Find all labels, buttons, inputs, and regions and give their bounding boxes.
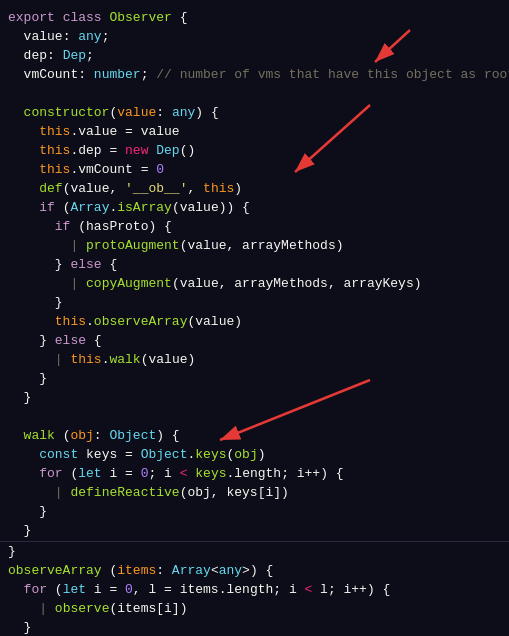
code-line-19: | this.walk(value) — [0, 350, 509, 369]
code-line-27: } — [0, 502, 509, 521]
code-line-33: } — [0, 618, 509, 636]
code-editor: export class Observer { value: any; dep:… — [0, 0, 509, 636]
code-line-3: dep: Dep; — [0, 46, 509, 65]
code-line-23: walk (obj: Object) { — [0, 426, 509, 445]
code-line-18: } else { — [0, 331, 509, 350]
code-line-29: } — [0, 541, 509, 561]
keyword-class: class — [63, 8, 102, 27]
code-line-10: def(value, '__ob__', this) — [0, 179, 509, 198]
code-line-25: for (let i = 0; i < keys.length; i++) { — [0, 464, 509, 483]
code-line-16: } — [0, 293, 509, 312]
code-line-5 — [0, 84, 509, 103]
code-line-21: } — [0, 388, 509, 407]
keyword-export: export — [8, 8, 55, 27]
code-line-17: this.observeArray(value) — [0, 312, 509, 331]
code-line-1: export class Observer { — [0, 8, 509, 27]
code-line-6: constructor(value: any) { — [0, 103, 509, 122]
code-line-13: | protoAugment(value, arrayMethods) — [0, 236, 509, 255]
code-line-2: value: any; — [0, 27, 509, 46]
code-line-11: if (Array.isArray(value)) { — [0, 198, 509, 217]
code-line-32: | observe(items[i]) — [0, 599, 509, 618]
code-line-4: vmCount: number; // number of vms that h… — [0, 65, 509, 84]
code-line-31: for (let i = 0, l = items.length; i < l;… — [0, 580, 509, 599]
code-line-24: const keys = Object.keys(obj) — [0, 445, 509, 464]
code-line-22 — [0, 407, 509, 426]
code-line-8: this.dep = new Dep() — [0, 141, 509, 160]
code-line-9: this.vmCount = 0 — [0, 160, 509, 179]
code-line-30: observeArray (items: Array<any>) { — [0, 561, 509, 580]
code-line-20: } — [0, 369, 509, 388]
class-name: Observer — [109, 8, 171, 27]
code-line-26: | defineReactive(obj, keys[i]) — [0, 483, 509, 502]
code-line-12: if (hasProto) { — [0, 217, 509, 236]
code-line-14: } else { — [0, 255, 509, 274]
code-line-7: this.value = value — [0, 122, 509, 141]
code-line-15: | copyAugment(value, arrayMethods, array… — [0, 274, 509, 293]
code-line-28: } — [0, 521, 509, 540]
